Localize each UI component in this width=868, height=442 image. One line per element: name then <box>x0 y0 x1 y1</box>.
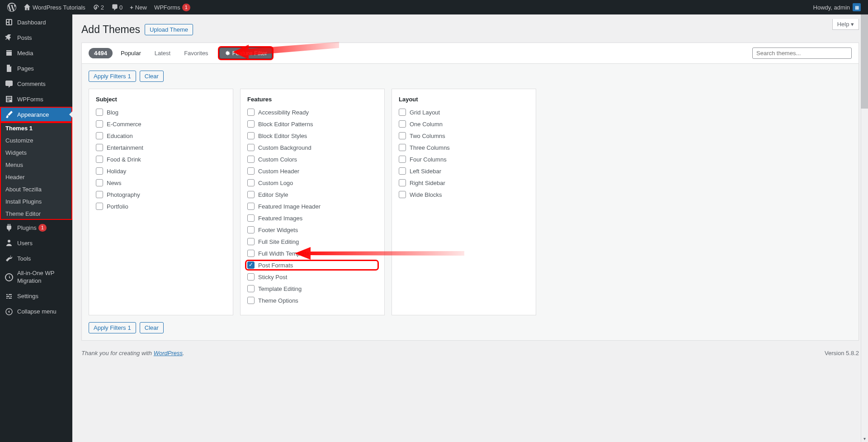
account-link[interactable]: Howdy, admin▦ <box>810 0 864 14</box>
filter-checkbox[interactable] <box>247 132 255 139</box>
filter-checkbox[interactable] <box>96 156 103 163</box>
filter-checkbox[interactable] <box>96 120 103 128</box>
filter-checkbox[interactable] <box>399 156 406 163</box>
filter-checkbox[interactable] <box>96 144 103 151</box>
menu-pages[interactable]: Pages <box>0 61 72 76</box>
filter-checkbox[interactable] <box>247 179 255 186</box>
filter-label[interactable]: News <box>107 180 122 186</box>
filter-label[interactable]: Custom Background <box>258 144 311 151</box>
wordpress-link[interactable]: WordPress <box>154 350 183 356</box>
clear-button-bottom[interactable]: Clear <box>140 322 164 333</box>
scrollbar-thumb[interactable] <box>861 0 868 109</box>
filter-label[interactable]: Blog <box>107 109 118 116</box>
filter-label[interactable]: Block Editor Styles <box>258 133 307 139</box>
filter-checkbox[interactable] <box>96 203 103 210</box>
filter-checkbox[interactable] <box>247 191 255 198</box>
filter-checkbox[interactable] <box>399 179 406 186</box>
sub-theme-editor[interactable]: Theme Editor <box>0 208 72 220</box>
filter-label[interactable]: Holiday <box>107 168 126 175</box>
filter-checkbox[interactable] <box>96 179 103 186</box>
menu-collapse[interactable]: Collapse menu <box>0 304 72 319</box>
sub-about[interactable]: About Teczilla <box>0 183 72 195</box>
filter-checkbox[interactable] <box>247 144 255 151</box>
site-link[interactable]: WordPress Tutorials <box>20 0 89 14</box>
filter-label[interactable]: Portfolio <box>107 203 128 210</box>
sub-themes[interactable]: Themes 1 <box>0 122 72 134</box>
filter-label[interactable]: Featured Image Header <box>258 203 321 210</box>
menu-settings[interactable]: Settings <box>0 289 72 304</box>
filter-label[interactable]: Wide Blocks <box>410 191 442 198</box>
filter-label[interactable]: Left Sidebar <box>410 168 441 175</box>
filter-checkbox[interactable] <box>247 261 255 269</box>
clear-button[interactable]: Clear <box>140 71 164 82</box>
filter-checkbox[interactable] <box>247 203 255 210</box>
menu-dashboard[interactable]: Dashboard <box>0 14 72 30</box>
menu-plugins[interactable]: Plugins1 <box>0 220 72 235</box>
apply-filters-button-bottom[interactable]: Apply Filters1 <box>89 322 136 333</box>
filter-label[interactable]: Entertainment <box>107 144 143 151</box>
filter-label[interactable]: Right Sidebar <box>410 180 445 186</box>
menu-posts[interactable]: Posts <box>0 30 72 45</box>
menu-aio[interactable]: All-in-One WP Migration <box>0 266 72 289</box>
feature-filter-button[interactable]: Feature Filter <box>219 48 272 59</box>
filter-checkbox[interactable] <box>399 144 406 151</box>
filter-checkbox[interactable] <box>247 285 255 292</box>
filter-checkbox[interactable] <box>399 109 406 116</box>
filter-label[interactable]: Custom Logo <box>258 180 293 186</box>
filter-label[interactable]: Theme Options <box>258 297 298 304</box>
menu-appearance[interactable]: Appearance <box>0 107 72 122</box>
wp-logo[interactable] <box>4 0 20 14</box>
new-link[interactable]: +New <box>126 0 151 14</box>
filter-label[interactable]: Food & Drink <box>107 156 141 163</box>
apply-filters-button[interactable]: Apply Filters1 <box>89 71 136 82</box>
filter-checkbox[interactable] <box>247 109 255 116</box>
filter-checkbox[interactable] <box>247 120 255 128</box>
filter-label[interactable]: One Column <box>410 121 443 128</box>
filter-checkbox[interactable] <box>247 214 255 222</box>
filter-label[interactable]: Custom Colors <box>258 156 297 163</box>
filter-checkbox[interactable] <box>247 238 255 245</box>
filter-label[interactable]: Block Editor Patterns <box>258 121 313 128</box>
search-themes-input[interactable] <box>752 48 852 59</box>
filter-label[interactable]: Education <box>107 133 133 139</box>
filter-checkbox[interactable] <box>247 273 255 280</box>
menu-wpforms[interactable]: WPForms <box>0 91 72 107</box>
sub-widgets[interactable]: Widgets <box>0 147 72 159</box>
menu-tools[interactable]: Tools <box>0 251 72 266</box>
filter-label[interactable]: E-Commerce <box>107 121 142 128</box>
filter-label[interactable]: Featured Images <box>258 215 302 222</box>
menu-media[interactable]: Media <box>0 45 72 61</box>
filter-label[interactable]: Full Site Editing <box>258 238 299 245</box>
sub-customize[interactable]: Customize <box>0 134 72 147</box>
filter-label[interactable]: Full Width Template <box>258 250 310 257</box>
filter-checkbox[interactable] <box>247 156 255 163</box>
filter-checkbox[interactable] <box>96 109 103 116</box>
filter-label[interactable]: Custom Header <box>258 168 299 175</box>
wpforms-link[interactable]: WPForms1 <box>151 0 194 14</box>
scrollbar[interactable]: ▾ <box>861 0 868 366</box>
filter-label[interactable]: Photography <box>107 191 140 198</box>
sub-install-plugins[interactable]: Install Plugins <box>0 195 72 208</box>
filter-label[interactable]: Four Columns <box>410 156 447 163</box>
filter-checkbox[interactable] <box>247 250 255 257</box>
filter-label[interactable]: Grid Layout <box>410 109 440 116</box>
filter-checkbox[interactable] <box>247 167 255 175</box>
tab-favorites[interactable]: Favorites <box>179 48 213 58</box>
filter-checkbox[interactable] <box>399 191 406 198</box>
filter-checkbox[interactable] <box>96 132 103 139</box>
filter-checkbox[interactable] <box>96 167 103 175</box>
filter-checkbox[interactable] <box>96 191 103 198</box>
filter-label[interactable]: Editor Style <box>258 191 288 198</box>
menu-users[interactable]: Users <box>0 235 72 251</box>
filter-checkbox[interactable] <box>399 120 406 128</box>
updates-link[interactable]: 2 <box>89 0 108 14</box>
tab-latest[interactable]: Latest <box>149 48 176 58</box>
filter-label[interactable]: Three Columns <box>410 144 450 151</box>
filter-label[interactable]: Template Editing <box>258 285 302 292</box>
filter-label[interactable]: Footer Widgets <box>258 227 298 233</box>
help-tab[interactable]: Help ▾ <box>832 19 859 30</box>
theme-count-pill[interactable]: 4494 <box>89 48 113 58</box>
filter-label[interactable]: Post Formats <box>258 262 293 269</box>
tab-popular[interactable]: Popular <box>115 48 146 58</box>
sub-header[interactable]: Header <box>0 171 72 183</box>
